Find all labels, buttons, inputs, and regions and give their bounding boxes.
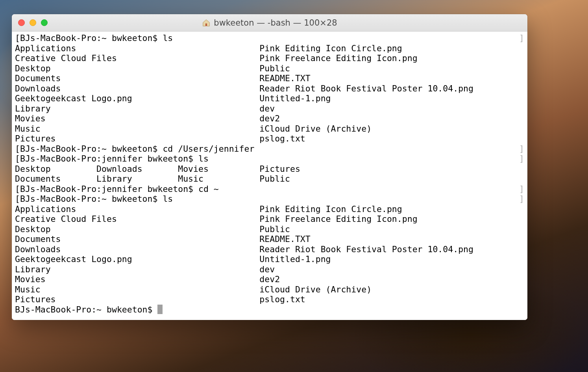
terminal-body[interactable]: [BJs-MacBook-Pro:~ bwkeeton$ ls]Applicat…	[12, 32, 527, 320]
ls-output-row: Desktop Public	[15, 63, 524, 74]
right-bracket: ]	[519, 33, 524, 43]
ls-output-row: Music iCloud Drive (Archive)	[15, 285, 524, 295]
prompt-text: [BJs-MacBook-Pro:jennifer bwkeeton$	[15, 154, 198, 164]
ls-output-row: Library dev	[15, 264, 524, 275]
ls-output-row: Creative Cloud Files Pink Freelance Edit…	[15, 53, 524, 63]
prompt-text: [BJs-MacBook-Pro:~ bwkeeton$	[15, 144, 163, 154]
title-wrap: bwkeeton — -bash — 100×28	[12, 18, 527, 28]
ls-output-row: Documents README.TXT	[15, 73, 524, 84]
right-bracket: ]	[519, 144, 524, 154]
prompt-text: [BJs-MacBook-Pro:jennifer bwkeeton$	[15, 184, 198, 194]
window-titlebar[interactable]: bwkeeton — -bash — 100×28	[12, 14, 527, 32]
zoom-button[interactable]	[41, 19, 48, 26]
terminal-line: BJs-MacBook-Pro:~ bwkeeton$	[15, 305, 524, 315]
minimize-button[interactable]	[30, 19, 36, 26]
command-text: cd /Users/jennifer	[163, 144, 254, 154]
home-icon	[202, 19, 211, 27]
right-bracket: ]	[519, 154, 524, 164]
command-text: ls	[198, 154, 209, 164]
command-text: ls	[163, 33, 173, 43]
traffic-lights	[18, 19, 48, 26]
ls-output-row: Music iCloud Drive (Archive)	[15, 124, 524, 134]
ls-output-row: Applications Pink Editing Icon Circle.pn…	[15, 204, 524, 214]
ls-output-row: Documents README.TXT	[15, 234, 524, 244]
ls-output-row: Documents Library Music Public	[15, 174, 524, 184]
ls-output-row: Downloads Reader Riot Book Festival Post…	[15, 84, 524, 94]
prompt-text: [BJs-MacBook-Pro:~ bwkeeton$	[15, 33, 163, 43]
prompt-text: BJs-MacBook-Pro:~ bwkeeton$	[15, 305, 157, 314]
terminal-line: [BJs-MacBook-Pro:~ bwkeeton$ ls]	[15, 194, 524, 204]
terminal-line: [BJs-MacBook-Pro:jennifer bwkeeton$ cd ~…	[15, 184, 524, 194]
right-bracket: ]	[519, 194, 524, 204]
ls-output-row: Downloads Reader Riot Book Festival Post…	[15, 244, 524, 255]
ls-output-row: Pictures pslog.txt	[15, 294, 524, 305]
terminal-line: [BJs-MacBook-Pro:jennifer bwkeeton$ ls]	[15, 154, 524, 164]
window-title: bwkeeton — -bash — 100×28	[214, 18, 337, 28]
ls-output-row: Geektogeekcast Logo.png Untitled-1.png	[15, 254, 524, 264]
right-bracket: ]	[519, 184, 524, 194]
terminal-line: [BJs-MacBook-Pro:~ bwkeeton$ cd /Users/j…	[15, 144, 524, 154]
cursor	[157, 305, 163, 314]
close-button[interactable]	[18, 19, 25, 26]
prompt-text: [BJs-MacBook-Pro:~ bwkeeton$	[15, 194, 163, 204]
ls-output-row: Pictures pslog.txt	[15, 134, 524, 144]
ls-output-row: Geektogeekcast Logo.png Untitled-1.png	[15, 93, 524, 104]
ls-output-row: Desktop Public	[15, 224, 524, 234]
ls-output-row: Library dev	[15, 104, 524, 114]
terminal-line: [BJs-MacBook-Pro:~ bwkeeton$ ls]	[15, 33, 524, 43]
ls-output-row: Movies dev2	[15, 274, 524, 285]
ls-output-row: Creative Cloud Files Pink Freelance Edit…	[15, 214, 524, 224]
terminal-window: bwkeeton — -bash — 100×28 [BJs-MacBook-P…	[12, 14, 527, 320]
command-text: ls	[163, 194, 173, 204]
ls-output-row: Applications Pink Editing Icon Circle.pn…	[15, 43, 524, 54]
command-text: cd ~	[198, 184, 219, 194]
ls-output-row: Movies dev2	[15, 113, 524, 124]
ls-output-row: Desktop Downloads Movies Pictures	[15, 164, 524, 174]
svg-rect-0	[206, 23, 207, 26]
